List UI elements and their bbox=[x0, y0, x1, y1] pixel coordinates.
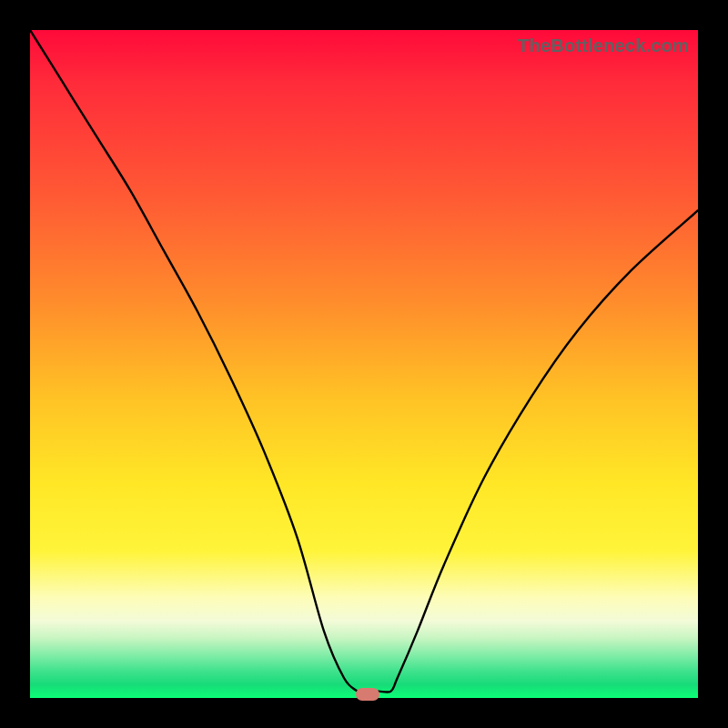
plot-area: TheBottleneck.com bbox=[30, 30, 698, 698]
bottleneck-curve bbox=[30, 30, 698, 698]
chart-frame: TheBottleneck.com bbox=[0, 0, 728, 728]
optimal-marker bbox=[356, 688, 379, 701]
